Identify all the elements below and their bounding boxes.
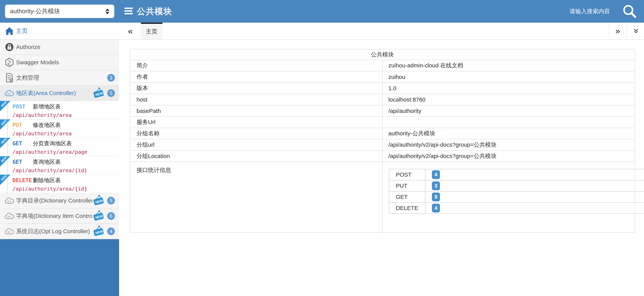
stats-row: POST 4: [389, 169, 644, 180]
row-label: host: [130, 94, 382, 105]
module-info-table: 公共模块 简介 zuihou-admin-cloud 在线文档 作者 zuiho…: [130, 49, 635, 233]
stats-method: PUT: [389, 180, 425, 191]
group-select[interactable]: authority-公共模块: [5, 5, 114, 18]
new-corner-icon: NEW: [0, 175, 10, 185]
table-row: 版本 1.0: [130, 83, 635, 94]
table-row: basePath /api/authority: [130, 105, 635, 117]
endpoint-name: 修改地区表: [33, 121, 60, 129]
tab-bar: « 主页 » «: [119, 23, 644, 40]
main-content: 公共模块 简介 zuihou-admin-cloud 在线文档 作者 zuiho…: [119, 41, 644, 296]
row-value: [382, 117, 635, 128]
count-badge: 3: [107, 74, 115, 82]
lock-icon: [4, 43, 14, 52]
app-header: authority-公共模块 公共模块 请输入搜索内容: [0, 0, 644, 23]
endpoint-list: NEW POST 新增地区表 /api/authority/area NEW P…: [0, 101, 119, 193]
endpoint-path: /api/authority/area: [12, 112, 119, 118]
stats-count-badge: 4: [432, 204, 440, 212]
stats-row: DELETE 4: [389, 202, 644, 214]
stats-count-badge: 3: [432, 181, 440, 190]
row-value: zuihou-admin-cloud 在线文档: [382, 60, 635, 71]
table-row: 分组url /api/authority/v2/api-docs?group=公…: [130, 139, 635, 150]
table-row: 分组Location /api/authority/v2/api-docs?gr…: [130, 150, 635, 162]
sidebar-item-opt-log-controller[interactable]: API 系统日志(Opt Log Controller) NEW: [0, 224, 119, 239]
new-corner-icon: NEW: [0, 156, 10, 167]
row-value: /api/authority/v2/api-docs?group=公共模块: [382, 139, 635, 150]
endpoint-get-area[interactable]: NEW GET 查询地区表 /api/authority/area/{id}: [0, 156, 119, 175]
row-value: /api/authority: [382, 105, 635, 117]
count-badge: 6: [107, 212, 115, 220]
brand: 公共模块: [124, 6, 172, 17]
new-tag-icon: NEW: [92, 225, 105, 238]
table-title: 公共模块: [130, 49, 635, 60]
cloud-api-icon: API: [4, 89, 14, 97]
tabs-scroll-right-icon[interactable]: »: [609, 23, 626, 39]
svg-text:API: API: [7, 231, 10, 233]
endpoint-post-add-area[interactable]: NEW POST 新增地区表 /api/authority/area: [0, 101, 119, 119]
row-value: 1.0: [382, 83, 635, 94]
endpoint-name: 分页查询地区表: [33, 140, 72, 147]
sidebar-item-dictionary-controller[interactable]: API 字典目录(Dictionary Controller) NEW: [0, 193, 119, 208]
endpoint-name: 查询地区表: [33, 158, 60, 166]
search-icon[interactable]: [622, 4, 637, 19]
row-label: 版本: [130, 83, 382, 94]
table-row: 简介 zuihou-admin-cloud 在线文档: [130, 60, 635, 71]
select-spinner-icon: [106, 9, 109, 15]
endpoint-get-page-area[interactable]: NEW GET 分页查询地区表 /api/authority/area/page: [0, 138, 119, 156]
endpoint-path: /api/authority/area/{id}: [12, 186, 119, 192]
svg-text:API: API: [7, 216, 10, 218]
count-badge: 5: [107, 197, 115, 204]
method-stats-table: POST 4 PUT 3 GET 9 DELETE 4: [389, 169, 644, 214]
sidebar-item-dictionary-item-controller[interactable]: API 字典项(Dictionary Item Controller) NEW: [0, 208, 119, 224]
new-tag-icon: NEW: [92, 194, 105, 207]
new-corner-icon: NEW: [0, 101, 10, 111]
endpoint-put-update-area[interactable]: NEW PUT 修改地区表 /api/authority/area: [0, 119, 119, 138]
row-label: 分组名称: [130, 128, 382, 139]
sidebar: 主页 Authorize Swagger Models: [0, 23, 119, 296]
row-value: zuihou: [382, 71, 635, 83]
svg-text:API: API: [7, 93, 10, 95]
sidebar-item-doc-manage[interactable]: 文档管理 3: [0, 70, 119, 86]
tab-home[interactable]: 主页: [141, 23, 162, 39]
row-label: basePath: [130, 105, 382, 117]
sidebar-item-home[interactable]: 主页: [0, 23, 119, 40]
group-select-value: authority-公共模块: [10, 7, 106, 16]
row-label: 简介: [130, 60, 382, 71]
stats-count-badge: 4: [432, 170, 440, 179]
row-value: localhost:8760: [382, 94, 635, 105]
count-badge: 4: [107, 227, 115, 235]
table-row: 服务Url: [130, 117, 635, 128]
sidebar-item-area-controller[interactable]: API 地区表(Area Controller) NEW: [0, 86, 119, 101]
table-row: 作者 zuihou: [130, 71, 635, 83]
new-tag-icon: NEW: [92, 210, 105, 222]
row-value: /api/authority/v2/api-docs?group=公共模块: [382, 150, 635, 162]
new-tag-icon: NEW: [92, 87, 105, 99]
table-row: 分组名称 authority-公共模块: [130, 128, 635, 139]
stats-count-badge: 9: [432, 192, 440, 201]
stats-method: GET: [389, 191, 425, 202]
endpoint-path: /api/authority/area: [12, 131, 119, 136]
sidebar-item-swagger-models[interactable]: Swagger Models: [0, 55, 119, 70]
sidebar-item-authorize[interactable]: Authorize: [0, 40, 119, 55]
endpoint-path: /api/authority/area/page: [12, 149, 119, 155]
endpoint-name: 新增地区表: [33, 103, 60, 111]
row-label: 分组Location: [130, 150, 382, 162]
endpoint-delete-area[interactable]: NEW DELETE 删除地区表 /api/authority/area/{id…: [0, 175, 119, 193]
tabs-scroll-left-icon[interactable]: «: [128, 27, 133, 35]
row-label: 服务Url: [130, 117, 382, 128]
method-label: GET: [12, 140, 33, 147]
row-value: authority-公共模块: [382, 128, 635, 139]
logo-icon: [124, 6, 134, 17]
table-row-stats: 接口统计信息 POST 4 PUT 3 GET 9: [130, 162, 635, 232]
search-placeholder[interactable]: 请输入搜索内容: [570, 8, 610, 15]
stats-row: PUT 3: [389, 180, 644, 191]
doc-gear-icon: [4, 73, 14, 82]
home-icon: [4, 27, 14, 35]
endpoint-name: 删除地区表: [33, 177, 60, 184]
new-corner-icon: NEW: [0, 119, 10, 130]
tabs-menu-icon[interactable]: «: [626, 23, 644, 39]
stats-method: DELETE: [389, 202, 425, 214]
method-label: GET: [12, 159, 33, 165]
method-label: PUT: [12, 122, 33, 128]
stats-label: 接口统计信息: [130, 162, 382, 232]
new-corner-icon: NEW: [0, 138, 10, 148]
